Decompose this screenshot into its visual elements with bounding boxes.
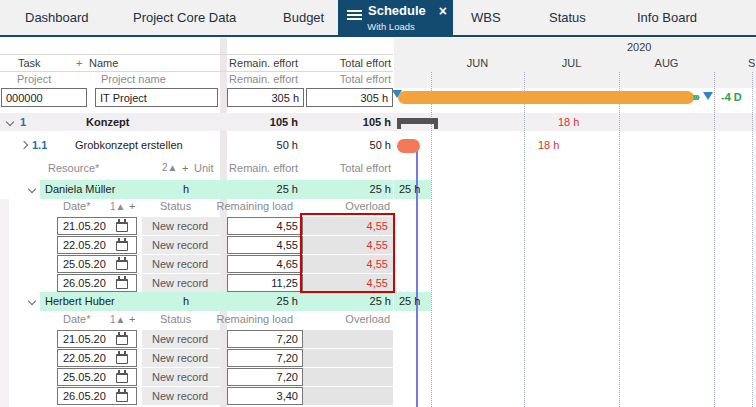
project-name-input[interactable] <box>95 88 218 107</box>
tab-project-core-data[interactable]: Project Core Data <box>133 0 236 35</box>
add-date-row-button[interactable]: + <box>129 199 135 214</box>
project-total-effort-input[interactable] <box>306 88 393 107</box>
project-remain-effort-input[interactable] <box>227 88 304 107</box>
overload-cell: 4,55 <box>303 236 393 254</box>
subheader-total-effort: Total effort <box>300 72 391 87</box>
status-cell[interactable]: New record <box>142 255 222 273</box>
status-cell[interactable]: New record <box>142 330 222 348</box>
close-icon[interactable]: × <box>439 3 447 19</box>
gantt-month-sep: S <box>748 56 755 70</box>
overload-gantt-label: 18 h <box>558 113 579 131</box>
resource-unit: h <box>183 180 189 199</box>
calendar-icon[interactable] <box>116 279 128 289</box>
task-name: Grobkonzept erstellen <box>75 137 183 154</box>
gantt-month-aug: AUG <box>650 56 683 70</box>
calendar-icon[interactable] <box>116 373 128 383</box>
project-gantt-bar[interactable] <box>398 91 694 104</box>
status-cell[interactable]: New record <box>142 217 222 235</box>
status-cell[interactable]: New record <box>142 236 222 254</box>
column-header-status: Status <box>160 199 191 214</box>
task-wbs-number: 1.1 <box>32 137 47 154</box>
summary-gantt-bar[interactable] <box>397 118 438 129</box>
status-cell[interactable]: New record <box>142 349 222 367</box>
task-gantt-bar[interactable] <box>397 139 420 153</box>
remaining-load-input[interactable] <box>227 217 303 235</box>
remaining-load-input[interactable] <box>227 274 303 292</box>
tab-info-board[interactable]: Info Board <box>637 0 697 35</box>
remaining-load-input[interactable] <box>227 368 303 386</box>
project-id-input[interactable] <box>1 88 87 107</box>
overload-cell <box>303 387 393 405</box>
remaining-load-input[interactable] <box>227 255 303 273</box>
resource-load-gantt-label: 25 h <box>399 180 420 199</box>
overload-cell <box>303 349 393 367</box>
overload-cell <box>303 368 393 386</box>
resource-total-effort: 25 h <box>300 180 391 199</box>
collapse-chevron-icon[interactable] <box>28 297 36 305</box>
tab-dashboard[interactable]: Dashboard <box>25 0 89 35</box>
task-remain-effort: 105 h <box>205 113 298 131</box>
task-wbs-number: 1 <box>20 113 26 131</box>
column-header-remaining-load: Remaining load <box>205 199 293 214</box>
status-cell[interactable]: New record <box>142 368 222 386</box>
project-end-marker <box>703 92 713 100</box>
column-header-resource: Resource* <box>48 160 99 176</box>
remaining-load-input[interactable] <box>227 236 303 254</box>
tab-status[interactable]: Status <box>549 0 586 35</box>
status-cell[interactable]: New record <box>142 387 222 405</box>
remaining-load-input[interactable] <box>227 349 303 367</box>
column-header-status: Status <box>160 312 191 327</box>
calendar-icon[interactable] <box>116 335 128 345</box>
gantt-gridline <box>524 72 525 407</box>
subheader-project: Project <box>17 72 51 87</box>
calendar-icon[interactable] <box>116 260 128 270</box>
column-header-remain-effort: Remain. effort <box>205 160 298 176</box>
tab-bar: Dashboard Project Core Data Budget Sched… <box>0 0 756 37</box>
remaining-load-input[interactable] <box>227 330 303 348</box>
gantt-month-jun: JUN <box>462 56 493 70</box>
sort-indicator[interactable]: 1▲ <box>110 199 125 214</box>
column-header-overload: Overload <box>310 199 390 214</box>
sort-indicator[interactable]: 2▲ <box>162 160 177 176</box>
overload-cell: 4,55 <box>303 274 393 292</box>
add-task-button[interactable]: + <box>76 55 82 71</box>
column-header-total-effort: Total effort <box>300 55 391 71</box>
task-total-effort: 50 h <box>300 137 391 154</box>
resource-name: Daniela Müller <box>45 180 115 199</box>
tab-schedule[interactable]: Schedule × With Loads <box>338 0 453 37</box>
calendar-icon[interactable] <box>116 354 128 364</box>
tab-schedule-label: Schedule <box>368 3 426 18</box>
resource-load-gantt-label: 25 h <box>399 292 420 311</box>
task-total-effort: 105 h <box>300 113 391 131</box>
resource-unit: h <box>183 292 189 311</box>
resource-name: Herbert Huber <box>45 292 115 311</box>
column-header-overload: Overload <box>310 312 390 327</box>
calendar-icon[interactable] <box>116 222 128 232</box>
overload-cell <box>303 330 393 348</box>
calendar-icon[interactable] <box>116 392 128 402</box>
delay-label: -4 D <box>721 91 742 103</box>
tab-wbs[interactable]: WBS <box>471 0 501 35</box>
overload-cell: 4,55 <box>303 217 393 235</box>
tab-schedule-sublabel: With Loads <box>338 21 444 32</box>
gantt-gridline <box>619 72 620 407</box>
add-date-row-button[interactable]: + <box>129 312 135 327</box>
column-header-name: Name <box>89 55 118 71</box>
column-header-remaining-load: Remaining load <box>205 312 293 327</box>
subheader-project-name: Project name <box>101 72 166 87</box>
calendar-icon[interactable] <box>116 241 128 251</box>
remaining-load-input[interactable] <box>227 387 303 405</box>
overload-gantt-label: 18 h <box>538 137 559 154</box>
tab-budget[interactable]: Budget <box>283 0 324 35</box>
gantt-month-jul: JUL <box>556 56 587 70</box>
collapse-chevron-icon[interactable] <box>28 185 36 193</box>
expand-chevron-icon[interactable] <box>20 141 28 149</box>
column-header-date: Date* <box>63 312 91 327</box>
add-resource-button[interactable]: + <box>182 160 188 176</box>
project-start-marker <box>392 90 402 98</box>
overload-cell: 4,55 <box>303 255 393 273</box>
status-cell[interactable]: New record <box>142 274 222 292</box>
column-header-remain-effort: Remain. effort <box>205 55 298 71</box>
sort-indicator[interactable]: 1▲ <box>110 312 125 327</box>
resource-total-effort: 25 h <box>300 292 391 311</box>
